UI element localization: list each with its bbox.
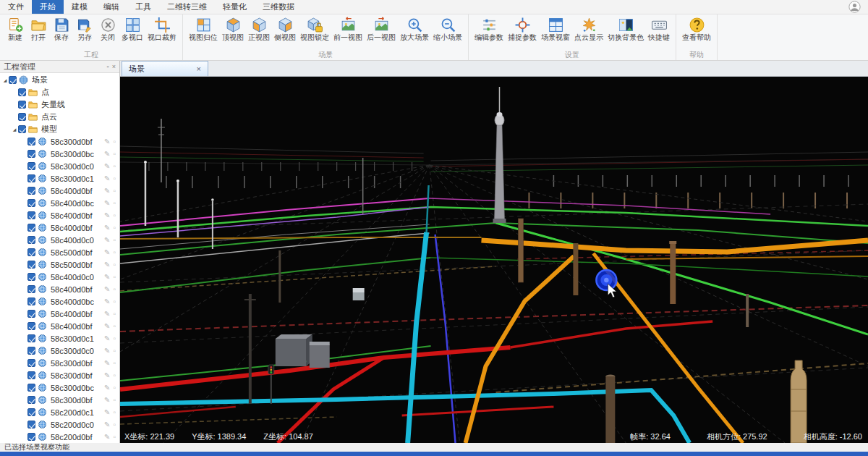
ribbon-button-正视图[interactable]: 正视图 xyxy=(246,15,272,43)
menu-item-文件[interactable]: 文件 xyxy=(0,0,32,14)
menu-item-建模[interactable]: 建模 xyxy=(64,0,95,14)
tree-model-item[interactable]: 58c300d0c1✎▫ xyxy=(0,172,119,185)
visibility-checkbox[interactable] xyxy=(27,408,35,416)
tab-close-icon[interactable]: × xyxy=(184,64,201,73)
isolate-icon[interactable]: ▫ xyxy=(113,162,116,170)
visibility-checkbox[interactable] xyxy=(27,150,35,158)
ribbon-button-放大场景[interactable]: 放大场景 xyxy=(398,15,431,43)
isolate-icon[interactable]: ▫ xyxy=(113,396,116,404)
ribbon-button-切换背景色[interactable]: 切换背景色 xyxy=(605,15,646,43)
pencil-icon[interactable]: ✎ xyxy=(104,371,110,379)
isolate-icon[interactable]: ▫ xyxy=(113,236,116,244)
tree-model-item[interactable]: 58c400d0bf✎▫ xyxy=(0,209,119,221)
pencil-icon[interactable]: ✎ xyxy=(104,150,110,158)
tree-model-item[interactable]: 58c400d0bc✎▫ xyxy=(0,295,119,308)
ribbon-button-点云显示[interactable]: 点云显示 xyxy=(572,15,605,43)
pencil-icon[interactable]: ✎ xyxy=(104,408,110,416)
ribbon-button-顶视图[interactable]: 顶视图 xyxy=(220,15,246,43)
ribbon-button-捕捉参数[interactable]: 捕捉参数 xyxy=(506,15,539,43)
user-avatar-icon[interactable] xyxy=(848,1,861,13)
pencil-icon[interactable]: ✎ xyxy=(104,433,110,441)
visibility-checkbox[interactable] xyxy=(18,88,26,96)
isolate-icon[interactable]: ▫ xyxy=(113,371,116,379)
isolate-icon[interactable]: ▫ xyxy=(113,408,116,416)
tree-model-item[interactable]: 58c400d0bf✎▫ xyxy=(0,320,119,332)
ribbon-button-新建[interactable]: 新建 xyxy=(4,15,27,43)
visibility-checkbox[interactable] xyxy=(27,138,35,145)
visibility-checkbox[interactable] xyxy=(27,433,35,441)
visibility-checkbox[interactable] xyxy=(27,421,35,428)
tree-folder-1[interactable]: 点 xyxy=(0,86,119,98)
visibility-checkbox[interactable] xyxy=(27,396,35,404)
isolate-icon[interactable]: ▫ xyxy=(113,174,116,182)
isolate-icon[interactable]: ▫ xyxy=(113,211,116,219)
visibility-checkbox[interactable] xyxy=(27,384,35,392)
isolate-icon[interactable]: ▫ xyxy=(113,297,116,305)
tree-model-item[interactable]: 58c400d0bf✎▫ xyxy=(0,221,119,234)
ribbon-button-多视口[interactable]: 多视口 xyxy=(119,15,145,43)
isolate-icon[interactable]: ▫ xyxy=(113,199,116,207)
visibility-checkbox[interactable] xyxy=(27,297,35,305)
expand-icon[interactable]: ◢ xyxy=(1,77,9,83)
tree-model-item[interactable]: 58c300d0c0✎▫ xyxy=(0,160,119,172)
scene-3d[interactable] xyxy=(120,77,868,443)
tree-model-item[interactable]: 58c300d0bf✎▫ xyxy=(0,357,119,369)
isolate-icon[interactable]: ▫ xyxy=(113,347,116,355)
visibility-checkbox[interactable] xyxy=(18,101,26,109)
visibility-checkbox[interactable] xyxy=(27,285,35,293)
isolate-icon[interactable]: ▫ xyxy=(113,150,116,158)
tree-model-item[interactable]: 58c300d0bf✎▫ xyxy=(0,135,119,148)
ribbon-button-保存[interactable]: 保存 xyxy=(50,15,73,43)
isolate-icon[interactable]: ▫ xyxy=(113,273,116,281)
isolate-icon[interactable]: ▫ xyxy=(113,384,116,392)
visibility-checkbox[interactable] xyxy=(27,236,35,244)
pencil-icon[interactable]: ✎ xyxy=(104,334,110,342)
visibility-checkbox[interactable] xyxy=(18,113,26,121)
pencil-icon[interactable]: ✎ xyxy=(104,174,110,182)
tree-model-item[interactable]: 58c400d0bf✎▫ xyxy=(0,308,119,320)
pencil-icon[interactable]: ✎ xyxy=(104,384,110,392)
visibility-checkbox[interactable] xyxy=(27,261,35,269)
tree-folder-2[interactable]: 矢量线 xyxy=(0,98,119,111)
tree-model-item[interactable]: 58c500d0bf✎▫ xyxy=(0,258,119,271)
tree-model-item[interactable]: 58c500d0bf✎▫ xyxy=(0,246,119,258)
ribbon-button-视口裁剪[interactable]: 视口裁剪 xyxy=(145,15,179,43)
close-panel-icon[interactable]: × xyxy=(112,63,116,70)
ribbon-button-关闭[interactable]: 关闭 xyxy=(96,15,119,43)
menu-item-三维数据[interactable]: 三维数据 xyxy=(255,0,302,14)
isolate-icon[interactable]: ▫ xyxy=(113,334,116,342)
visibility-checkbox[interactable] xyxy=(27,371,35,379)
pencil-icon[interactable]: ✎ xyxy=(104,273,110,281)
pencil-icon[interactable]: ✎ xyxy=(104,297,110,305)
visibility-checkbox[interactable] xyxy=(27,334,35,342)
pencil-icon[interactable]: ✎ xyxy=(104,224,110,232)
isolate-icon[interactable]: ▫ xyxy=(113,359,116,367)
ribbon-button-后一视图[interactable]: 后一视图 xyxy=(365,15,398,43)
tree-model-item[interactable]: 58c300d0bf✎▫ xyxy=(0,394,119,406)
tree-model-item[interactable]: 58c400d0bf✎▫ xyxy=(0,185,119,197)
visibility-checkbox[interactable] xyxy=(27,322,35,330)
viewport-3d[interactable]: X坐标: 221.39 Y坐标: 1389.34 Z坐标: 104.87 帧率:… xyxy=(120,77,868,443)
isolate-icon[interactable]: ▫ xyxy=(113,310,116,318)
menu-item-轻量化[interactable]: 轻量化 xyxy=(215,0,255,14)
isolate-icon[interactable]: ▫ xyxy=(113,322,116,330)
menu-item-开始[interactable]: 开始 xyxy=(32,0,64,14)
pencil-icon[interactable]: ✎ xyxy=(104,248,110,256)
pencil-icon[interactable]: ✎ xyxy=(104,199,110,207)
pencil-icon[interactable]: ✎ xyxy=(104,285,110,293)
ribbon-button-缩小场景[interactable]: 缩小场景 xyxy=(431,15,464,43)
expand-icon[interactable]: ◢ xyxy=(11,127,18,132)
pencil-icon[interactable]: ✎ xyxy=(104,162,110,170)
visibility-checkbox[interactable] xyxy=(27,224,35,232)
pencil-icon[interactable]: ✎ xyxy=(104,421,110,428)
pencil-icon[interactable]: ✎ xyxy=(104,211,110,219)
menu-item-工具[interactable]: 工具 xyxy=(127,0,159,14)
isolate-icon[interactable]: ▫ xyxy=(113,138,116,145)
ribbon-button-前一视图[interactable]: 前一视图 xyxy=(331,15,365,43)
tree-model-item[interactable]: 58c300d0c0✎▫ xyxy=(0,345,119,357)
visibility-checkbox[interactable] xyxy=(27,310,35,318)
visibility-checkbox[interactable] xyxy=(27,347,35,355)
tree-model-item[interactable]: 58c300d0bc✎▫ xyxy=(0,381,119,394)
pencil-icon[interactable]: ✎ xyxy=(104,359,110,367)
pencil-icon[interactable]: ✎ xyxy=(104,138,110,145)
